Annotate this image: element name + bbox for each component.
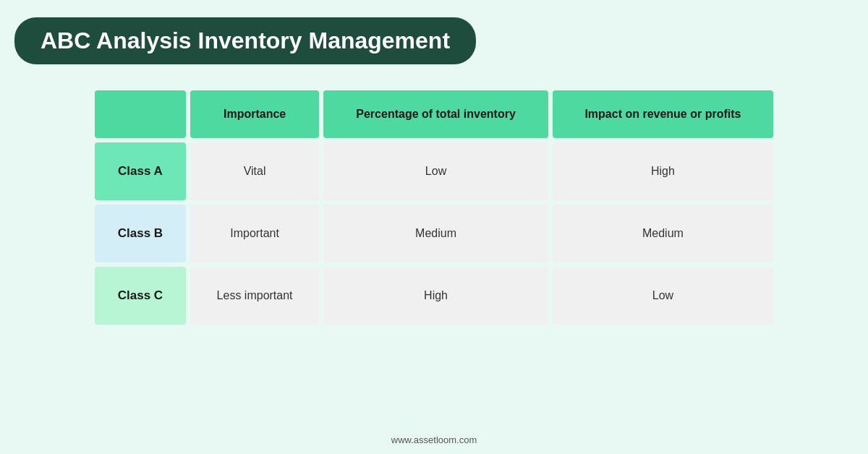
table-container: Importance Percentage of total inventory… [90, 86, 778, 329]
header-class [95, 90, 186, 138]
abc-analysis-table: Importance Percentage of total inventory… [90, 86, 778, 329]
header-impact: Impact on revenue or profits [553, 90, 773, 138]
class-c-label: Class C [95, 267, 186, 325]
header-percentage: Percentage of total inventory [323, 90, 548, 138]
class-b-percentage: Medium [323, 205, 548, 262]
class-a-percentage: Low [323, 142, 548, 200]
class-a-importance: Vital [190, 142, 319, 200]
class-a-impact: High [553, 142, 773, 200]
table-row: Class A Vital Low High [95, 142, 773, 200]
page-title: ABC Analysis Inventory Management [41, 27, 450, 54]
class-c-importance: Less important [190, 267, 319, 325]
table-row: Class C Less important High Low [95, 267, 773, 325]
class-c-impact: Low [553, 267, 773, 325]
header-importance: Importance [190, 90, 319, 138]
class-b-importance: Important [190, 205, 319, 262]
class-c-percentage: High [323, 267, 548, 325]
footer-url: www.assetloom.com [391, 434, 477, 445]
class-b-impact: Medium [553, 205, 773, 262]
table-row: Class B Important Medium Medium [95, 205, 773, 262]
class-b-label: Class B [95, 205, 186, 262]
class-a-label: Class A [95, 142, 186, 200]
title-bar: ABC Analysis Inventory Management [14, 17, 476, 64]
